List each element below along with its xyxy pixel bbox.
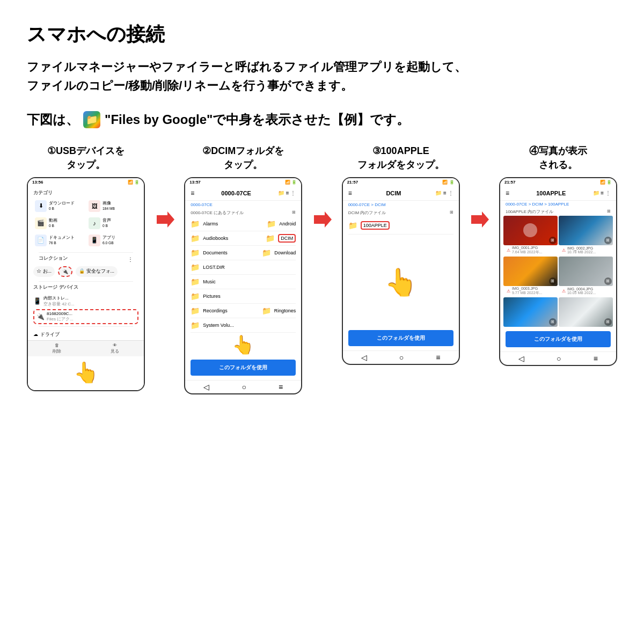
svg-marker-0 (157, 211, 174, 228)
subtitle: ファイルマネージャーやファイラーと呼ばれるファイル管理アプリを起動して、 ファイ… (27, 57, 617, 95)
step-4: ④写真が表示 される。 21:57 📶 🔋 ≡ 100APPLE 📁 ≡ ⋮ 0… (499, 144, 617, 365)
step-1: ①USBデバイスを タップ。 13:56 📶 🔋 カテゴリ ⬇ ダウンロード0 … (27, 144, 145, 391)
phone-1-bottom-bar: 🗑 削除 👁 見る (28, 340, 144, 356)
step-1-label: ①USBデバイスを タップ。 (47, 144, 125, 171)
step-2-label: ②DCIMフォルダを タップ。 (202, 144, 284, 171)
step-3: ③100APPLE フォルダをタップ。 21:57 📶 🔋 ≡ DCIM 📁 ≡… (342, 144, 460, 364)
svg-marker-2 (471, 211, 489, 228)
step-2: ②DCIMフォルダを タップ。 13:57 📶 🔋 ≡ 0000-07CE 📁 … (184, 144, 302, 394)
section-title: 下図は、 📁 "Files by Google"で中身を表示させた【例】です。 (27, 111, 617, 128)
phone-4-photo-grid: ⊞ ⊞ (500, 216, 616, 245)
hand-cursor-2: 👆 (185, 334, 301, 355)
arrow-1 (152, 209, 178, 230)
hand-cursor-1: 👆 (28, 356, 144, 384)
files-by-google-icon: 📁 (83, 111, 100, 128)
phone-3: 21:57 📶 🔋 ≡ DCIM 📁 ≡ ⋮ 0000-07CE > DCIM … (342, 177, 460, 365)
phone-2-status: 13:57 📶 🔋 (185, 178, 301, 186)
arrow-3 (466, 209, 492, 230)
use-folder-btn-3[interactable]: このフォルダを使用 (348, 330, 453, 346)
page-container: スマホへの接続 ファイルマネージャーやファイラーと呼ばれるファイル管理アプリを起… (0, 0, 644, 416)
phone-3-folder-list: 📁 100APPLE (343, 217, 459, 235)
photo-thumb-6: ⊞ (559, 297, 613, 327)
phone-2-folder-list: 📁 Alarms 📁 Android 📁 Audiobooks 📁 DCIM 📁… (185, 217, 301, 333)
svg-point-3 (523, 223, 537, 237)
use-folder-btn-4[interactable]: このフォルダを使用 (506, 331, 611, 347)
photo-thumb-3: ⊞ (503, 257, 558, 286)
svg-marker-1 (314, 211, 332, 228)
steps-row: ①USBデバイスを タップ。 13:56 📶 🔋 カテゴリ ⬇ ダウンロード0 … (27, 144, 617, 394)
arrow-2 (309, 209, 335, 230)
step-4-label: ④写真が表示 される。 (529, 144, 587, 171)
main-title: スマホへの接続 (27, 21, 617, 48)
phone-2: 13:57 📶 🔋 ≡ 0000-07CE 📁 ≡ ⋮ 0000-07CE 00… (184, 177, 302, 394)
phone-1-status: 13:56 📶 🔋 (28, 178, 144, 186)
phone-1: 13:56 📶 🔋 カテゴリ ⬇ ダウンロード0 B 🖼 (27, 177, 145, 391)
step-3-label: ③100APPLE フォルダをタップ。 (357, 144, 444, 171)
phone-3-status: 21:57 📶 🔋 (343, 178, 459, 186)
hand-cursor-3: 👆 (343, 267, 459, 298)
phone-1-content: カテゴリ ⬇ ダウンロード0 B 🖼 画像184 MB 🎬 (28, 186, 144, 390)
phone-4: 21:57 📶 🔋 ≡ 100APPLE 📁 ≡ ⋮ 0000-07CE > D… (499, 177, 617, 366)
photo-thumb-2: ⊞ (559, 216, 613, 245)
photo-thumb-5: ⊞ (503, 297, 558, 327)
photo-thumb-4: ⊞ (559, 257, 613, 286)
use-folder-btn-2[interactable]: このフォルダを使用 (191, 360, 296, 376)
photo-thumb-1: ⊞ (503, 216, 558, 245)
phone-4-status: 21:57 📶 🔋 (500, 178, 616, 186)
